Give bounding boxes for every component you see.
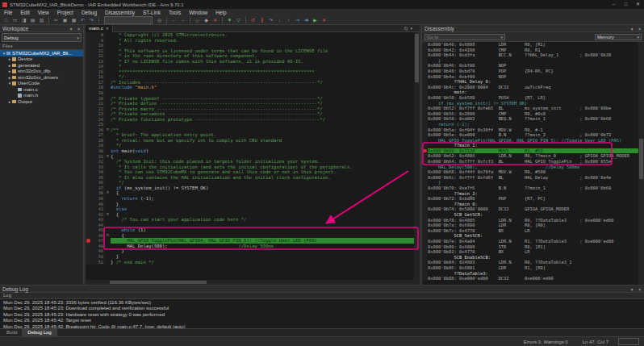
disassembly-row-0[interactable]: 0x800'0b40: 0x6808 LDR R0, [R1] bbox=[422, 42, 638, 48]
disasm-breakpoint-margin[interactable] bbox=[422, 191, 428, 197]
memory-zone-combo[interactable]: Memory ▾ bbox=[595, 34, 642, 40]
disasm-breakpoint-margin[interactable] bbox=[422, 249, 428, 255]
disassembly-row-39[interactable]: 0x800'0b82: 0x4770 BX LR bbox=[422, 249, 638, 255]
disasm-breakpoint-margin[interactable] bbox=[422, 233, 428, 239]
disassembly-row-37[interactable]: 0x800'0b7e: 0x4a04 LDR.N R1, ??DataTable… bbox=[422, 239, 638, 244]
disassembly-row-17[interactable]: 0x800'0b5e: 0xe000 B.N ??main_2 ; 0x800'… bbox=[422, 132, 638, 138]
tree-item-stm32c0xx-drivers[interactable]: ▸stm32c0xx_drivers bbox=[0, 74, 83, 81]
disasm-breakpoint-margin[interactable] bbox=[422, 63, 428, 69]
run-to-cursor-icon[interactable]: ⇉ bbox=[302, 17, 311, 24]
tree-item-device[interactable]: ▸Device bbox=[0, 56, 83, 63]
disasm-breakpoint-margin[interactable] bbox=[422, 276, 428, 281]
disassembly-row-44[interactable]: 0x800'0b88: 0xe000'ed00 DC32 0xe000'ed00 bbox=[422, 276, 638, 281]
disassembly-row-27[interactable]: 0x800'0b70: 0xe7f6 B.N ??main_1 ; 0x800'… bbox=[422, 186, 638, 191]
disassembly-scrollbar[interactable] bbox=[638, 42, 644, 285]
workspace-close-icon[interactable]: ✕ bbox=[77, 27, 81, 31]
disasm-breakpoint-margin[interactable] bbox=[422, 127, 428, 133]
tab-build[interactable]: Build bbox=[2, 329, 23, 336]
close-button[interactable]: ✕ bbox=[632, 0, 644, 9]
menu-item-help[interactable]: Help bbox=[211, 9, 230, 16]
breakpoint-margin[interactable] bbox=[86, 260, 91, 265]
save-all-icon[interactable]: ▤ bbox=[28, 17, 37, 24]
disasm-breakpoint-margin[interactable] bbox=[422, 212, 428, 218]
nav-back-icon[interactable]: ← bbox=[169, 17, 178, 24]
undo-icon[interactable]: ↶ bbox=[78, 17, 87, 24]
disasm-breakpoint-margin[interactable] bbox=[422, 69, 428, 74]
disasm-breakpoint-margin[interactable] bbox=[422, 95, 428, 101]
disasm-breakpoint-margin[interactable] bbox=[422, 169, 428, 175]
disassembly-row-32[interactable]: SCB_GetSCR: bbox=[422, 212, 638, 218]
disassembly-row-7[interactable]: ??HAL_Delay_0: bbox=[422, 79, 638, 85]
disasm-breakpoint-margin[interactable] bbox=[422, 143, 428, 148]
disassembly-row-8[interactable]: 0x800'0b4c: 0x2000'0004 DC32 uwTickFreq bbox=[422, 85, 638, 90]
disassembly-row-1[interactable]: 0x800'0b42: 0x4288 CMP R0, R1 bbox=[422, 48, 638, 53]
disasm-breakpoint-margin[interactable] bbox=[422, 148, 428, 154]
find-icon[interactable]: ◎ bbox=[155, 17, 164, 24]
copy-icon[interactable]: ▣ bbox=[61, 17, 69, 24]
disassembly-menu-icon[interactable]: ▾ bbox=[631, 27, 634, 31]
disassembly-row-29[interactable]: 0x800'0b72: 0xbd80 POP {R7, PC} bbox=[422, 196, 638, 202]
toolbar-search-input[interactable] bbox=[104, 16, 153, 24]
disasm-breakpoint-margin[interactable] bbox=[422, 260, 428, 265]
tree-item-main-c[interactable]: main.c bbox=[0, 86, 83, 93]
disasm-breakpoint-margin[interactable] bbox=[422, 186, 428, 191]
disassembly-row-16[interactable]: 0x800'0b5a: 0xf04f 0x30ff MOV.W R0, #-1 bbox=[422, 127, 638, 133]
function-selector-button[interactable]: f() bbox=[404, 26, 408, 31]
disassembly-row-23[interactable]: HAL_Delay(500); //Delay 500ms bbox=[422, 165, 638, 170]
menu-item-window[interactable]: Window bbox=[185, 9, 211, 16]
step-into-icon[interactable]: ↓ bbox=[275, 17, 284, 24]
disasm-breakpoint-margin[interactable] bbox=[422, 58, 428, 64]
menu-item-tools[interactable]: Tools bbox=[165, 9, 185, 16]
disassembly-row-11[interactable]: if (mx_system_init() != SYSTEM_OK) bbox=[422, 101, 638, 106]
stop-debugging-icon[interactable]: ✕ bbox=[320, 17, 328, 24]
tab-debug-log[interactable]: Debug Log bbox=[23, 329, 56, 336]
config-selector[interactable]: Debug ▾ bbox=[2, 33, 82, 42]
tree-item-stm32cubemx2-iar-bli[interactable]: ▾STM32CubeMX2_IAR_Bli... bbox=[0, 50, 83, 56]
make-icon[interactable]: ◆ bbox=[202, 17, 211, 24]
debug-log-close-icon[interactable]: ✕ bbox=[638, 287, 642, 292]
disasm-breakpoint-margin[interactable] bbox=[422, 122, 428, 127]
tab-close-icon[interactable]: ✕ bbox=[106, 26, 109, 31]
disasm-breakpoint-margin[interactable] bbox=[422, 52, 428, 58]
disasm-breakpoint-margin[interactable] bbox=[422, 116, 428, 122]
disassembly-row-19[interactable]: ??main_1: bbox=[422, 143, 638, 148]
menu-item-disassembly[interactable]: Disassembly bbox=[101, 9, 139, 16]
disasm-breakpoint-margin[interactable] bbox=[422, 255, 428, 261]
disasm-breakpoint-margin[interactable] bbox=[422, 79, 428, 85]
disasm-breakpoint-margin[interactable] bbox=[422, 159, 428, 165]
disassembly-row-3[interactable]: } bbox=[422, 58, 638, 64]
disassembly-row-43[interactable]: ??DataTable3: bbox=[422, 271, 638, 277]
tab-main-c[interactable]: main.c ✕ bbox=[86, 25, 113, 32]
break-icon[interactable]: ∥ bbox=[257, 17, 266, 24]
disassembly-row-18[interactable]: HAL_GPIO_TogglePin(HAL_GPIOA, HAL_GPIO_P… bbox=[422, 138, 638, 144]
disassembly-row-4[interactable]: 0x800'0b46: 0xbf00 NOP bbox=[422, 63, 638, 69]
disasm-breakpoint-margin[interactable] bbox=[422, 271, 428, 277]
nav-forward-icon[interactable]: → bbox=[178, 17, 187, 24]
tree-item-usercode[interactable]: ▾UserCode bbox=[0, 81, 83, 87]
debug-without-download-icon[interactable]: ▽ bbox=[234, 17, 243, 24]
editor-vertical-scrollbar[interactable] bbox=[414, 32, 420, 280]
editor-line-51[interactable]: 51} /* end main */ bbox=[86, 260, 414, 265]
disassembly-row-35[interactable]: 0x800'0b7c: 0x4770 BX LR bbox=[422, 228, 638, 234]
breakpoint-icon[interactable] bbox=[423, 149, 427, 153]
disasm-breakpoint-margin[interactable] bbox=[422, 111, 428, 117]
scrollbar-thumb[interactable] bbox=[110, 281, 207, 284]
download-and-debug-icon[interactable]: ▼ bbox=[225, 17, 234, 24]
tree-item-stm32c0xx-dfp[interactable]: ▸stm32c0xx_dfp bbox=[0, 69, 83, 75]
menu-item-view[interactable]: View bbox=[34, 9, 53, 16]
tree-item-main-h[interactable]: main.h bbox=[0, 93, 83, 99]
disasm-breakpoint-margin[interactable] bbox=[422, 101, 428, 106]
stop-build-icon[interactable]: ✕ bbox=[211, 17, 220, 24]
tab-list-icon[interactable]: ▾ bbox=[410, 26, 412, 31]
scrollbar-thumb[interactable] bbox=[639, 139, 643, 179]
cut-icon[interactable]: ✂ bbox=[52, 17, 61, 24]
goto-address-combo[interactable]: Go to ▾ bbox=[424, 34, 505, 40]
disasm-breakpoint-margin[interactable] bbox=[422, 202, 428, 207]
disasm-breakpoint-margin[interactable] bbox=[422, 218, 428, 223]
breakpoint-icon[interactable] bbox=[86, 239, 90, 243]
disassembly-row-21[interactable]: 0x800'0b62: 0x4806 LDR.N R0, ??main_0 ; … bbox=[422, 153, 638, 159]
save-icon[interactable]: ◨ bbox=[19, 17, 28, 24]
new-file-icon[interactable]: □ bbox=[2, 17, 10, 24]
step-over-icon[interactable]: ↷ bbox=[266, 17, 275, 24]
disasm-breakpoint-margin[interactable] bbox=[422, 265, 428, 271]
